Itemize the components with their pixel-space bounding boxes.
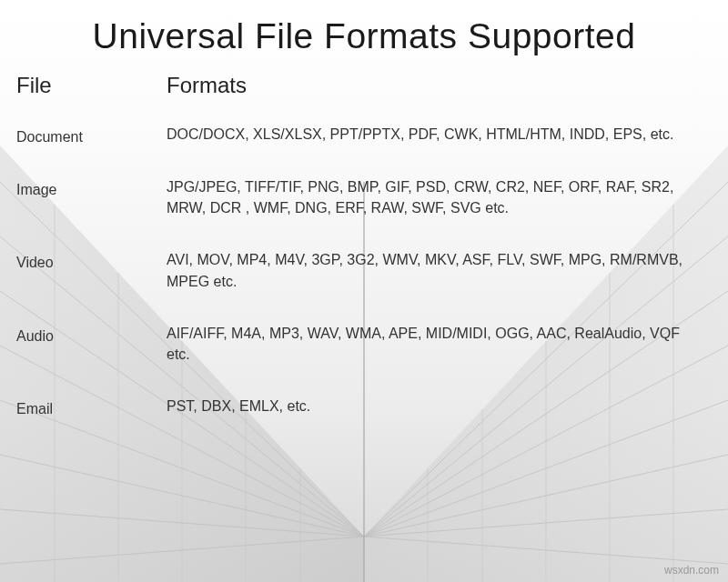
header-formats: Formats <box>167 73 712 124</box>
row-formats: AVI, MOV, MP4, M4V, 3GP, 3G2, WMV, MKV, … <box>167 249 712 322</box>
header-file: File <box>16 73 167 124</box>
page-title: Universal File Formats Supported <box>16 16 712 56</box>
watermark-text: wsxdn.com <box>664 564 719 577</box>
formats-table: File Formats Document DOC/DOCX, XLS/XLSX… <box>16 73 712 448</box>
row-formats: JPG/JPEG, TIFF/TIF, PNG, BMP, GIF, PSD, … <box>167 176 712 249</box>
content-panel: Universal File Formats Supported File Fo… <box>0 0 728 448</box>
row-category: Email <box>16 396 167 448</box>
row-formats: DOC/DOCX, XLS/XLSX, PPT/PPTX, PDF, CWK, … <box>167 124 712 176</box>
row-formats: PST, DBX, EMLX, etc. <box>167 396 712 448</box>
row-category: Document <box>16 124 167 176</box>
row-category: Audio <box>16 323 167 396</box>
row-category: Video <box>16 249 167 322</box>
row-category: Image <box>16 176 167 249</box>
row-formats: AIF/AIFF, M4A, MP3, WAV, WMA, APE, MID/M… <box>167 323 712 396</box>
